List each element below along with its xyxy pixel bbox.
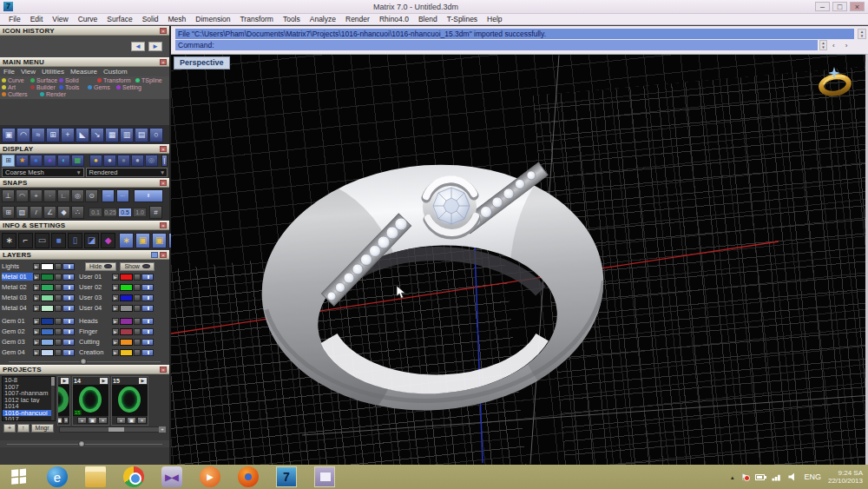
export-icon[interactable]: ▤ <box>135 128 148 142</box>
layer-lock-icon[interactable] <box>134 294 141 301</box>
chrome-material-icon[interactable]: ● <box>131 155 144 167</box>
project-list-scrollbar[interactable] <box>51 377 55 420</box>
thumbnail-expand-button[interactable]: ▶ <box>139 378 147 384</box>
panel-resize-handle[interactable] <box>2 358 168 365</box>
layer-visibility-toggle[interactable] <box>141 305 154 312</box>
close-icon[interactable]: × <box>160 222 167 228</box>
ghosted-view-icon[interactable]: ● <box>43 155 56 167</box>
layer-lock-icon[interactable] <box>55 274 62 281</box>
layer-color-swatch[interactable] <box>120 339 133 346</box>
history-back-button[interactable]: ◄ <box>131 42 145 51</box>
layer-color-swatch[interactable] <box>41 328 54 335</box>
thumbnail-render-button[interactable]: ▣ <box>88 417 97 424</box>
menu-item[interactable]: Rhino4.0 <box>379 15 409 23</box>
grid-snap-icon[interactable]: ⊞ <box>2 206 15 219</box>
main-menu-category[interactable]: Render <box>40 91 65 97</box>
menu-item[interactable]: Solid <box>142 15 159 23</box>
layer-color-swatch[interactable] <box>41 284 54 291</box>
menu-item[interactable]: Dimension <box>195 15 230 23</box>
layer-lock-icon[interactable] <box>55 284 62 291</box>
network-signal-icon[interactable] <box>772 473 781 481</box>
main-menu-category[interactable]: Gems <box>88 84 113 90</box>
snaps-header[interactable]: SNAPS × <box>0 178 169 188</box>
grid-view-icon[interactable]: ⊞ <box>2 155 15 167</box>
project-list-item[interactable]: 1012 lac tay <box>3 397 55 404</box>
rendered-view-icon[interactable]: ◐ <box>57 155 70 167</box>
main-menu-tab[interactable]: View <box>21 68 36 76</box>
close-button[interactable]: × <box>850 2 865 11</box>
layer-expand-button[interactable]: ▶ <box>33 318 40 325</box>
layer-color-swatch[interactable] <box>41 274 54 281</box>
main-menu-category[interactable]: Solid <box>59 77 94 83</box>
snap-center-icon[interactable]: ◎ <box>71 189 84 202</box>
layer-expand-button[interactable]: ▶ <box>112 284 119 291</box>
main-menu-tab[interactable]: Measure <box>70 68 97 76</box>
folder-out-icon[interactable]: ▣ <box>152 233 167 248</box>
gem-info-icon[interactable]: ◆ <box>101 233 115 248</box>
thumbnail-expand-button[interactable]: ▶ <box>100 378 108 384</box>
taskbar-app-icon[interactable] <box>123 466 144 487</box>
info-settings-header[interactable]: INFO & SETTINGS × <box>0 221 169 230</box>
layer-lock-icon[interactable] <box>134 318 141 325</box>
history-forward-button[interactable]: ► <box>148 42 162 51</box>
layer-name[interactable]: Finger <box>79 327 112 335</box>
perspective-viewport[interactable]: Perspective <box>171 54 868 465</box>
menu-item[interactable]: Analyze <box>310 15 336 23</box>
project-list-item[interactable]: 1007-nhannam <box>3 390 55 397</box>
grid-settings-icon[interactable]: # <box>149 206 162 219</box>
snap-perpendicular-icon[interactable]: ⊥ <box>2 189 15 202</box>
layer-lock-icon[interactable] <box>55 263 62 270</box>
fillet-corner-icon[interactable]: ◣ <box>76 128 89 142</box>
cube-icon[interactable]: ■ <box>51 233 66 248</box>
main-menu-category[interactable]: Setting <box>116 84 141 90</box>
project-icon[interactable]: ↘ <box>90 128 104 142</box>
layer-lock-icon[interactable] <box>55 349 62 356</box>
drag-knob-icon[interactable] <box>80 358 87 365</box>
mesh-quality-dropdown[interactable]: Coarse Mesh▾ <box>2 168 84 177</box>
layer-visibility-toggle[interactable] <box>62 318 75 325</box>
taskbar-app-icon[interactable] <box>238 466 259 487</box>
close-icon[interactable]: × <box>160 367 167 373</box>
rebuild-curve-icon[interactable]: ≈ <box>31 128 45 142</box>
gem-lights-icon[interactable]: ★ <box>16 155 29 167</box>
drag-knob-icon[interactable] <box>78 440 85 447</box>
project-thumbnail[interactable]: 15 ▶ + ▣ <box>111 376 148 426</box>
layer-visibility-toggle[interactable] <box>62 274 75 281</box>
settings-gears-icon[interactable]: ∗ <box>2 233 16 248</box>
dark-material-icon[interactable]: ● <box>117 155 130 167</box>
layer-color-swatch[interactable] <box>41 294 54 301</box>
thumbnail-render-button[interactable]: ▣ <box>127 417 136 424</box>
minimize-button[interactable]: – <box>815 2 830 11</box>
layer-expand-button[interactable]: ▶ <box>112 339 119 346</box>
minimize-icon[interactable] <box>151 252 158 258</box>
snap-tangent-icon[interactable]: ◠ <box>16 189 29 202</box>
layer-name[interactable]: Gem 02 <box>2 327 33 335</box>
main-menu-tab[interactable]: Custom <box>103 68 128 76</box>
layer-expand-button[interactable]: ▶ <box>33 263 40 270</box>
layer-visibility-toggle[interactable] <box>62 328 75 335</box>
menu-item[interactable]: Blend <box>418 15 437 23</box>
layer-color-swatch[interactable] <box>41 318 54 325</box>
command-scroll-up-down[interactable]: ▴▾ <box>858 29 866 39</box>
angle-snap-icon[interactable]: ∠ <box>43 206 56 219</box>
layer-expand-button[interactable]: ▶ <box>33 328 40 335</box>
thumbnail-scrollbar[interactable]: + <box>59 426 166 433</box>
main-menu-category[interactable]: Builder <box>30 84 56 90</box>
folder-in-icon[interactable]: ▣ <box>135 233 150 248</box>
taskbar-app-icon[interactable] <box>85 466 106 487</box>
layer-name[interactable]: Gem 03 <box>2 338 33 346</box>
taskbar-app-icon[interactable]: e <box>47 466 68 487</box>
snap-ortho-button[interactable]: ‖ <box>134 189 163 202</box>
snap-end-toggle[interactable]: –· <box>116 189 129 202</box>
wrench-icon[interactable]: ⌐ <box>18 233 33 248</box>
layer-name[interactable]: Creation <box>79 348 112 356</box>
wire-material-icon[interactable]: ◎ <box>145 155 158 167</box>
layer-expand-button[interactable]: ▶ <box>33 305 40 312</box>
menu-item[interactable]: Tools <box>283 15 300 23</box>
chisel-icon[interactable]: ◪ <box>84 233 99 248</box>
layer-visibility-toggle[interactable] <box>62 263 75 270</box>
layer-expand-button[interactable]: ▶ <box>112 328 119 335</box>
layer-name[interactable]: Gem 04 <box>2 348 33 356</box>
menu-item[interactable]: Help <box>487 15 502 23</box>
layer-lock-icon[interactable] <box>55 294 62 301</box>
